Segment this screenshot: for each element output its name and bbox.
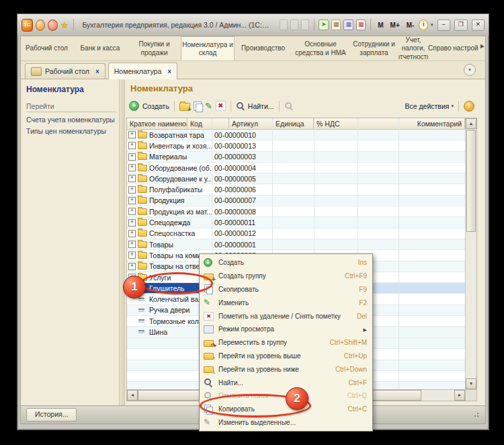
nomenclature-row[interactable]: Продукция из мат... 00-00000008 bbox=[127, 206, 465, 217]
column-header[interactable]: Артикул bbox=[229, 118, 273, 129]
column-header[interactable]: Комментарий bbox=[415, 118, 465, 129]
section-tab[interactable]: Сотрудники и зарплата bbox=[349, 36, 398, 60]
nomenclature-row[interactable]: Оборудование (об... 00-00000004 bbox=[127, 163, 465, 173]
vertical-scrollbar[interactable]: ▲ ▼ bbox=[465, 118, 476, 389]
delete-mark-button[interactable]: ✖ bbox=[216, 101, 226, 111]
memory-mminus-button[interactable]: M- bbox=[405, 22, 417, 29]
info-icon[interactable]: i bbox=[419, 19, 428, 30]
tree-expand-icon[interactable] bbox=[128, 263, 136, 270]
nomenclature-row[interactable]: Спецоснастка 00-00000012 bbox=[127, 229, 465, 239]
row-code: 00-00000003 bbox=[212, 152, 272, 162]
subtab-close-icon[interactable]: × bbox=[165, 68, 171, 75]
sidebar-splitter[interactable] bbox=[119, 79, 125, 405]
tree-expand-icon[interactable] bbox=[128, 142, 136, 149]
context-menu-item[interactable]: Перейти на уровень ниже Ctrl+Down bbox=[200, 362, 372, 376]
context-menu-item[interactable]: Найти... Ctrl+F bbox=[200, 376, 372, 389]
tree-expand-icon[interactable] bbox=[128, 241, 136, 248]
calculator-icon[interactable]: ▦ bbox=[343, 19, 353, 30]
create-group-button[interactable] bbox=[179, 103, 190, 111]
section-tab[interactable]: Номенклатура и склад bbox=[181, 36, 235, 60]
context-menu-item[interactable]: Изменить выделенные... bbox=[200, 416, 372, 430]
context-menu-item[interactable]: Режим просмотра bbox=[200, 323, 372, 336]
minimize-button[interactable]: – bbox=[437, 19, 450, 31]
context-menu-item[interactable]: Перейти на уровень выше Ctrl+Up bbox=[200, 350, 372, 363]
nomenclature-row[interactable]: Спецодежда 00-00000011 bbox=[127, 217, 465, 228]
tree-expand-icon[interactable] bbox=[128, 164, 136, 171]
nomenclature-row[interactable]: Продукция 00-00000007 bbox=[127, 196, 465, 206]
maximize-button[interactable]: ❐ bbox=[454, 19, 467, 31]
nomenclature-row[interactable]: Полуфабрикаты 00-00000006 bbox=[127, 184, 465, 195]
memory-mplus-button[interactable]: M+ bbox=[388, 22, 402, 29]
section-tab[interactable]: Учет, налоги, отчетность bbox=[398, 36, 428, 60]
history-button[interactable]: История... bbox=[26, 408, 77, 421]
nomenclature-row[interactable]: Материалы 00-00000003 bbox=[127, 152, 465, 163]
section-tab[interactable]: Производство bbox=[235, 36, 292, 60]
row-comment bbox=[398, 239, 465, 249]
section-tab[interactable]: Основные средства и НМА bbox=[292, 36, 349, 60]
calendar-icon[interactable]: ▦ bbox=[331, 19, 341, 30]
section-tab[interactable]: Справо настрой bbox=[428, 36, 478, 60]
scroll-left-icon[interactable]: ◄ bbox=[127, 390, 138, 401]
edit-button[interactable]: ✎ bbox=[205, 102, 212, 110]
desktop-icon bbox=[31, 67, 42, 76]
calendar-red-icon[interactable]: ▦ bbox=[356, 19, 366, 30]
subtab-label: Номенклатура bbox=[114, 67, 161, 75]
vertical-scroll-thumb[interactable] bbox=[466, 130, 476, 232]
panel-title: Номенклатура bbox=[126, 79, 477, 97]
column-header[interactable]: Код bbox=[187, 118, 229, 129]
subtab-nomenclature[interactable]: Номенклатура × bbox=[108, 63, 177, 79]
column-header[interactable]: % НДС bbox=[314, 118, 415, 129]
row-article bbox=[272, 239, 314, 249]
row-comment bbox=[398, 173, 465, 184]
tree-expand-icon[interactable] bbox=[128, 208, 136, 215]
sidebar-link[interactable]: Типы цен номенклатуры bbox=[26, 127, 116, 135]
column-header[interactable]: Единица bbox=[273, 118, 314, 129]
context-menu-item[interactable]: Переместить в группу Ctrl+Shift+M bbox=[200, 336, 372, 350]
context-menu-item[interactable]: Пометить на удаление / Снять пометку Del bbox=[200, 309, 372, 323]
subtab-list-dropdown-icon[interactable]: ▾ bbox=[464, 64, 476, 76]
resize-grip[interactable] bbox=[473, 411, 480, 418]
memory-m-button[interactable]: M bbox=[376, 22, 385, 29]
tree-expand-icon[interactable] bbox=[128, 251, 136, 259]
tree-expand-icon[interactable] bbox=[128, 131, 136, 138]
find-button[interactable]: Найти... bbox=[248, 102, 274, 110]
tree-expand-icon[interactable] bbox=[128, 153, 136, 161]
tree-expand-icon[interactable] bbox=[128, 175, 136, 182]
sidebar-link[interactable]: Счета учета номенклатуры bbox=[26, 116, 116, 124]
tree-expand-icon[interactable] bbox=[128, 219, 136, 227]
scroll-up-icon[interactable]: ▲ bbox=[466, 118, 476, 129]
tabs-overflow-icon[interactable]: ▶ bbox=[480, 43, 485, 49]
all-actions-button[interactable]: Все действия ▾ bbox=[405, 102, 454, 110]
tree-expand-icon[interactable] bbox=[128, 230, 136, 237]
main-menu-icon[interactable] bbox=[36, 19, 45, 31]
favorites-star-icon[interactable]: ★ bbox=[60, 21, 69, 30]
section-tab[interactable]: Банк и касса bbox=[73, 36, 128, 60]
info-dropdown-icon[interactable]: ▾ bbox=[431, 22, 433, 28]
nomenclature-row[interactable]: Товары 00-00000001 bbox=[127, 239, 465, 250]
section-tab[interactable]: Покупки и продажи bbox=[128, 36, 181, 60]
section-tab[interactable]: Рабочий стол bbox=[21, 36, 73, 60]
scroll-down-icon[interactable]: ▼ bbox=[466, 378, 476, 389]
nomenclature-row[interactable]: Оборудование к у... 00-00000005 bbox=[127, 173, 465, 184]
context-menu-item[interactable]: Создать группу Ctrl+F9 bbox=[200, 270, 372, 283]
tree-expand-icon[interactable] bbox=[128, 186, 136, 194]
quick-menu-icon[interactable] bbox=[48, 19, 57, 31]
subtab-desktop[interactable]: Рабочий стол × bbox=[25, 63, 106, 79]
subtab-close-icon[interactable]: × bbox=[93, 68, 99, 75]
scroll-right-icon[interactable]: ► bbox=[454, 390, 465, 401]
copy-item-button[interactable] bbox=[194, 102, 202, 111]
app-logo-icon[interactable]: 1С bbox=[22, 19, 33, 32]
column-header[interactable]: Краткое наименование bbox=[127, 118, 187, 129]
help-icon[interactable]: ? bbox=[464, 101, 474, 112]
close-button[interactable]: ✕ bbox=[472, 19, 485, 31]
save-icon bbox=[280, 19, 288, 30]
row-comment bbox=[398, 327, 465, 337]
create-button[interactable]: Создать bbox=[142, 102, 169, 110]
nomenclature-row[interactable]: Возвратная тара 00-00000010 bbox=[127, 130, 465, 140]
services-icon[interactable]: ➤ bbox=[319, 19, 328, 30]
context-menu-item[interactable]: Скопировать F9 bbox=[200, 283, 372, 296]
tree-expand-icon[interactable] bbox=[128, 197, 136, 204]
context-menu-item[interactable]: Изменить F2 bbox=[200, 296, 372, 309]
nomenclature-row[interactable]: Инвентарь и хозя... 00-00000013 bbox=[127, 140, 465, 151]
context-menu-item[interactable]: Создать Ins bbox=[200, 256, 372, 270]
